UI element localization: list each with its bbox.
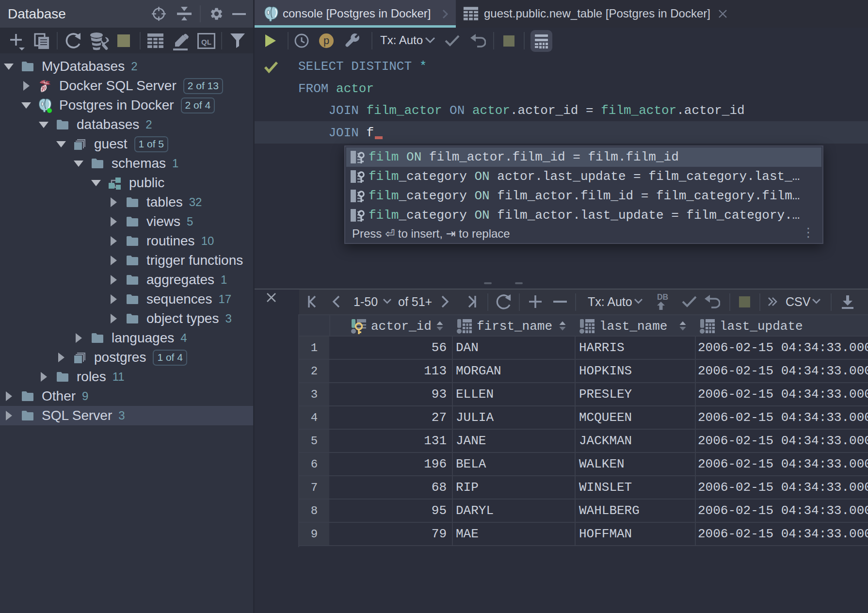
svg-text:QL: QL xyxy=(201,38,211,46)
svg-text:DB: DB xyxy=(657,293,668,301)
